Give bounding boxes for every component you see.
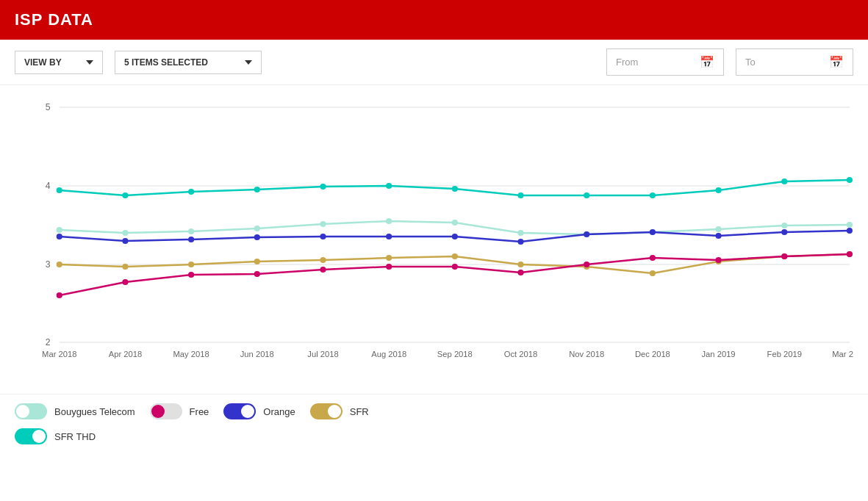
bouygues-point [57, 227, 62, 233]
orange-toggle[interactable] [223, 403, 256, 419]
sfr-point [386, 255, 392, 261]
bouygues-toggle-knob [16, 405, 29, 418]
bouygues-point [847, 222, 853, 228]
view-by-chevron-icon [86, 60, 93, 65]
free-toggle[interactable] [150, 403, 182, 419]
svg-text:Jul 2018: Jul 2018 [307, 350, 338, 358]
bouygues-point [254, 226, 260, 231]
sfr-thd-toggle[interactable] [15, 428, 47, 444]
sfr-thd-point [386, 183, 392, 189]
bouygues-point [122, 230, 128, 236]
legend-item-free[interactable]: Free [150, 403, 209, 419]
chart-legend: Bouygues Telecom Free Orange SFR [0, 394, 868, 428]
svg-text:4: 4 [46, 181, 51, 191]
sfr-thd-point [650, 192, 656, 198]
free-point [452, 264, 458, 270]
legend-item-sfr[interactable]: SFR [310, 403, 369, 419]
free-point [57, 292, 62, 298]
sfr-point [57, 262, 62, 267]
chart-legend-row2: SFR THD [0, 428, 868, 453]
orange-point [57, 234, 62, 239]
bouygues-point [320, 221, 326, 227]
sfr-thd-point [57, 187, 62, 193]
sfr-thd-point [715, 187, 721, 193]
free-point [715, 257, 721, 263]
sfr-label: SFR [350, 406, 369, 417]
bouygues-toggle[interactable] [15, 403, 47, 419]
svg-text:May 2018: May 2018 [173, 350, 209, 358]
sfr-point [254, 259, 260, 264]
free-point [386, 264, 392, 270]
sfr-toggle[interactable] [310, 403, 342, 419]
orange-point [386, 234, 392, 239]
orange-toggle-knob [241, 405, 254, 418]
view-by-dropdown[interactable]: VIEW BY [15, 51, 103, 74]
sfr-point [188, 262, 194, 267]
orange-label: Orange [263, 406, 295, 417]
bouygues-point [386, 218, 392, 224]
legend-item-orange[interactable]: Orange [223, 403, 295, 419]
free-label: Free [190, 406, 209, 417]
items-selected-dropdown[interactable]: 5 ITEMS SELECTED [115, 51, 262, 74]
svg-text:Nov 2018: Nov 2018 [569, 350, 604, 358]
sfr-thd-point [847, 177, 853, 183]
sfr-thd-point [320, 184, 326, 190]
orange-point [122, 238, 128, 244]
orange-point [715, 233, 721, 239]
svg-text:5: 5 [46, 102, 51, 112]
free-point [584, 262, 589, 267]
sfr-thd-point [584, 192, 589, 198]
items-chevron-icon [245, 60, 252, 65]
legend-item-sfr-thd[interactable]: SFR THD [15, 428, 96, 444]
orange-point [517, 239, 523, 245]
free-point [781, 253, 787, 259]
svg-text:Jun 2018: Jun 2018 [240, 350, 274, 358]
free-point [122, 279, 128, 285]
bouygues-point [517, 230, 523, 236]
svg-text:2: 2 [46, 337, 51, 347]
line-chart: 5 4 3 2 Mar 2018 Apr 2018 May 2018 Jun 2… [29, 93, 853, 372]
bouygues-label: Bouygues Telecom [54, 406, 135, 417]
sfr-point [517, 262, 523, 267]
svg-text:Jan 2019: Jan 2019 [702, 350, 736, 358]
from-label: From [616, 57, 638, 68]
sfr-point [650, 270, 656, 276]
free-point [254, 271, 260, 277]
sfr-point [320, 257, 326, 263]
bouygues-point [781, 223, 787, 228]
orange-point [650, 229, 656, 235]
sfr-thd-toggle-knob [32, 430, 46, 443]
legend-item-bouygues[interactable]: Bouygues Telecom [15, 403, 135, 419]
sfr-point [452, 253, 458, 259]
to-date-input[interactable]: To 📅 [736, 48, 853, 76]
to-calendar-icon: 📅 [829, 55, 844, 69]
bouygues-point [188, 228, 194, 234]
sfr-thd-point [188, 189, 194, 195]
free-point [650, 255, 656, 261]
orange-point [188, 237, 194, 242]
free-toggle-knob [151, 405, 165, 418]
bouygues-point [452, 220, 458, 226]
free-point [847, 251, 853, 257]
controls-bar: VIEW BY 5 ITEMS SELECTED From 📅 To 📅 [0, 40, 868, 85]
items-selected-label: 5 ITEMS SELECTED [124, 57, 208, 68]
chart-area: 5 4 3 2 Mar 2018 Apr 2018 May 2018 Jun 2… [0, 85, 868, 394]
svg-text:Mar 2018: Mar 2018 [42, 350, 76, 358]
svg-text:Feb 2019: Feb 2019 [767, 350, 802, 358]
svg-text:Dec 2018: Dec 2018 [635, 350, 670, 358]
sfr-thd-point [781, 179, 787, 184]
page-title: ISP DATA [15, 10, 93, 29]
sfr-thd-point [452, 186, 458, 192]
free-point [517, 270, 523, 275]
svg-text:Sep 2018: Sep 2018 [437, 350, 473, 358]
orange-point [584, 231, 589, 237]
svg-text:Mar 2019: Mar 2019 [832, 350, 853, 358]
from-date-input[interactable]: From 📅 [606, 48, 724, 76]
orange-point [847, 228, 853, 234]
sfr-toggle-knob [328, 405, 341, 418]
orange-point [452, 234, 458, 239]
bouygues-point [715, 226, 721, 232]
orange-point [254, 234, 260, 240]
from-calendar-icon: 📅 [700, 55, 714, 69]
sfr-thd-label: SFR THD [54, 431, 96, 442]
